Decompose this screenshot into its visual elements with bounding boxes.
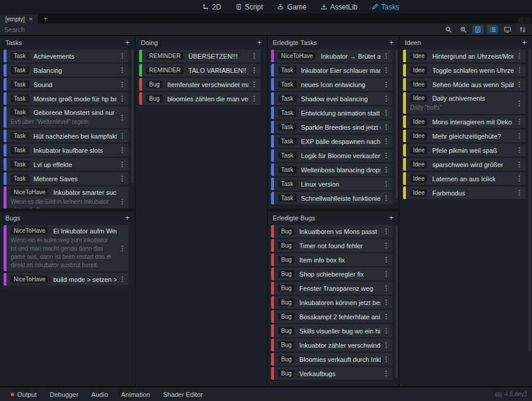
task-card[interactable]: BugBloomies verkauft durch Inkbuator geh…: [271, 353, 392, 365]
bottom-panel-audio[interactable]: Audio: [85, 389, 114, 400]
scrollbar-thumb[interactable]: [395, 225, 398, 377]
card-menu-button[interactable]: ⋮: [516, 161, 523, 168]
add-card-button[interactable]: +: [125, 40, 130, 46]
card-menu-button[interactable]: ⋮: [516, 146, 523, 154]
task-card[interactable]: TaskGeborene Monstert sind nur lvl 1-5 .…: [4, 107, 128, 128]
task-card[interactable]: TaskLinux version⋮: [271, 178, 392, 190]
scrollbar[interactable]: [395, 50, 398, 207]
card-menu-button[interactable]: ⋮: [119, 198, 125, 206]
card-menu-button[interactable]: ⋮: [383, 270, 389, 278]
card-menu-button[interactable]: ⋮: [383, 52, 389, 60]
scrollbar[interactable]: [131, 50, 134, 207]
card-menu-button[interactable]: ⋮: [516, 52, 523, 60]
task-card[interactable]: BugTimer not found fehler⋮: [271, 239, 392, 252]
task-card[interactable]: Ideesparschwein wird größer⋮: [403, 158, 525, 171]
card-menu-button[interactable]: ⋮: [119, 95, 125, 102]
script-filter-icon[interactable]: [472, 25, 483, 34]
card-menu-button[interactable]: ⋮: [119, 275, 125, 283]
task-card[interactable]: BugShop schieberegler fix⋮: [271, 268, 392, 280]
card-menu-button[interactable]: ⋮: [383, 66, 389, 74]
card-menu-button[interactable]: ⋮: [383, 227, 389, 235]
list-view-icon[interactable]: [487, 25, 498, 34]
task-card[interactable]: BugInkuatboren vs Mons passt⋮: [271, 225, 392, 238]
card-menu-button[interactable]: ⋮: [119, 114, 125, 121]
task-card[interactable]: TaskInkubator kaufbare slots⋮: [4, 144, 128, 156]
task-card[interactable]: IdeeDaily achivementsDaily "buffs"⋮: [403, 92, 525, 114]
task-card[interactable]: TaskSparkle Breedies sind jetzt Garantie…: [271, 121, 392, 133]
task-card[interactable]: TaskLvl up effekte⋮: [4, 158, 128, 171]
add-card-button[interactable]: +: [125, 215, 130, 221]
search-options-icon[interactable]: [457, 25, 469, 34]
card-menu-button[interactable]: ⋮: [251, 95, 257, 102]
task-card[interactable]: TaskMonster groß mode für hp bar adjust⋮: [4, 92, 128, 105]
task-card[interactable]: BugBosskampf 2 fehlerhfate animationen⋮: [271, 310, 392, 323]
tab-script[interactable]: Script: [229, 2, 270, 12]
card-menu-button[interactable]: ⋮: [383, 242, 389, 249]
card-menu-button[interactable]: ⋮: [383, 152, 389, 159]
task-card[interactable]: TaskMehrere Saves⋮: [4, 172, 128, 185]
task-card[interactable]: IdeeHintergrund an Uhrzeist/Monat gekopp…: [403, 50, 525, 62]
task-card[interactable]: IdeeMehr gleichzeitigehüte?⋮: [403, 130, 525, 142]
card-menu-button[interactable]: ⋮: [516, 189, 523, 197]
task-card[interactable]: TaskShadow evel balancing⋮: [271, 92, 392, 105]
card-menu-button[interactable]: ⋮: [383, 299, 389, 306]
card-menu-button[interactable]: ⋮: [119, 52, 125, 60]
task-card[interactable]: TaskBalancing⋮: [4, 64, 128, 76]
card-menu-button[interactable]: ⋮: [383, 137, 389, 145]
task-card[interactable]: TaskInkubator Eier schlauer machen⋮: [271, 64, 392, 76]
card-menu-button[interactable]: ⋮: [383, 95, 389, 102]
bottom-panel-debugger[interactable]: Debugger: [44, 389, 84, 400]
card-menu-button[interactable]: ⋮: [383, 81, 389, 88]
card-menu-button[interactable]: ⋮: [383, 256, 389, 264]
task-card[interactable]: NiceToHaveInkubator → Brütet aus → Build…: [271, 50, 392, 62]
task-card[interactable]: TaskHüt nachziehen bei kampfaktiv, ohnma…: [4, 130, 128, 142]
tab-scroll-buttons[interactable]: [518, 18, 530, 23]
task-card[interactable]: NiceToHavebuild mode > setzen > alt tab …: [4, 273, 128, 285]
tab-game[interactable]: Game: [270, 2, 313, 12]
bottom-panel-animation[interactable]: Animation: [115, 389, 156, 400]
sort-icon[interactable]: [517, 25, 528, 34]
card-menu-button[interactable]: ⋮: [383, 123, 389, 131]
card-menu-button[interactable]: ⋮: [383, 355, 389, 363]
card-menu-button[interactable]: ⋮: [119, 245, 125, 252]
task-card[interactable]: BugFenster Transparenz weg⋮: [271, 282, 392, 294]
card-menu-button[interactable]: ⋮: [119, 161, 125, 168]
tab-assetlib[interactable]: AssetLib: [314, 2, 364, 12]
task-card[interactable]: TaskWeltenboss blanacing drops⋮: [271, 163, 392, 176]
tab-tasks[interactable]: Tasks: [365, 2, 406, 12]
card-menu-button[interactable]: ⋮: [251, 66, 257, 74]
card-menu-button[interactable]: ⋮: [383, 284, 389, 292]
card-menu-button[interactable]: ⋮: [383, 313, 389, 320]
card-menu-button[interactable]: ⋮: [383, 370, 389, 377]
task-card[interactable]: TaskLogik für Bloomie verkaufen komplett…: [271, 149, 392, 162]
bottom-panel-shader-editor[interactable]: Shader Editor: [157, 389, 208, 400]
task-card[interactable]: REMINDERÜBERSETZEN!!!⋮: [139, 50, 260, 62]
bottom-panel-output[interactable]: Output: [5, 389, 43, 400]
task-card[interactable]: IdeeLaternen an aus Iclick⋮: [403, 172, 525, 185]
card-menu-button[interactable]: ⋮: [119, 132, 125, 140]
task-card[interactable]: NiceToHaveInkubator smarter suchenWenn e…: [4, 187, 128, 208]
card-menu-button[interactable]: ⋮: [516, 81, 523, 88]
card-menu-button[interactable]: ⋮: [516, 175, 523, 182]
task-card[interactable]: TaskSchnellwahlleiste funktioniert ander…: [271, 192, 392, 204]
board-tab[interactable]: [empty] ×: [0, 14, 38, 24]
card-menu-button[interactable]: ⋮: [516, 66, 523, 74]
task-card[interactable]: BugSkills visueller bug wo ein hinweus f…: [271, 325, 392, 337]
card-menu-button[interactable]: ⋮: [383, 166, 389, 174]
card-menu-button[interactable]: ⋮: [383, 180, 389, 188]
task-card[interactable]: IdeePfele pikmin weil spaß⋮: [403, 144, 525, 156]
add-card-button[interactable]: +: [389, 40, 394, 46]
card-menu-button[interactable]: ⋮: [516, 100, 523, 107]
task-card[interactable]: IdeeFarbmodus⋮: [403, 187, 525, 199]
task-card[interactable]: Taskneues Icon entwiclung⋮: [271, 78, 392, 91]
display-mode-icon[interactable]: [502, 25, 513, 34]
add-card-button[interactable]: +: [389, 215, 394, 221]
scrollbar-thumb[interactable]: [395, 50, 398, 200]
card-menu-button[interactable]: ⋮: [383, 341, 389, 349]
task-card[interactable]: IdeeSehen Müde aus wenn Spät⋮: [403, 78, 525, 91]
add-tab-button[interactable]: +: [38, 14, 53, 24]
task-card[interactable]: TaskSound⋮: [4, 78, 128, 91]
card-menu-button[interactable]: ⋮: [383, 194, 389, 202]
task-card[interactable]: REMINDERTALO VARIABLEN!!⋮: [139, 64, 260, 76]
add-card-button[interactable]: +: [257, 40, 262, 46]
